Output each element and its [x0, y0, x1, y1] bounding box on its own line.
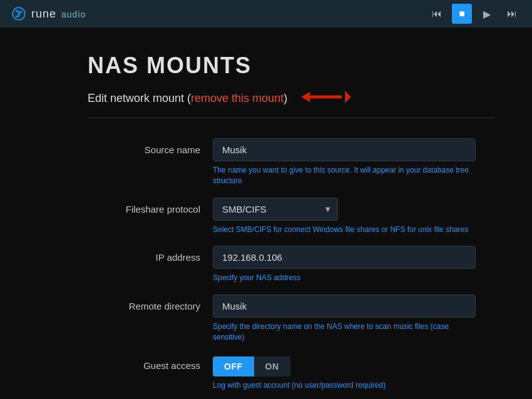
guest-access-row: Guest access OFF ON Log with guest accou…: [88, 354, 494, 391]
subtitle-text-before: Edit network mount (: [88, 92, 191, 104]
source-name-label: Source name: [88, 138, 213, 155]
source-name-hint: The name you want to give to this source…: [213, 165, 476, 186]
source-name-row: Source name The name you want to give to…: [88, 138, 494, 186]
fileshare-select-wrap: SMB/CIFS NFS ▼: [213, 198, 338, 221]
subtitle-static: Edit network mount (remove this mount): [88, 92, 287, 105]
play-icon: ▶: [483, 8, 491, 20]
ip-address-label: IP address: [88, 246, 213, 263]
app-tagline: audio: [61, 9, 86, 19]
ip-address-input[interactable]: [213, 246, 476, 269]
ip-address-hint: Specify your NAS address: [213, 273, 476, 283]
guest-access-off-button[interactable]: OFF: [213, 356, 254, 376]
fileshare-protocol-row: Fileshare protocol SMB/CIFS NFS ▼ Select…: [88, 198, 494, 235]
play-button[interactable]: ▶: [477, 4, 497, 24]
guest-access-hint: Log with guest account (no user/password…: [213, 380, 476, 391]
ip-address-field-wrap: Specify your NAS address: [213, 246, 476, 283]
logo-area: rune audio: [10, 5, 86, 23]
remote-directory-row: Remote directory Specify the directory n…: [88, 295, 494, 343]
remote-directory-hint: Specify the directory name on the NAS wh…: [213, 321, 476, 343]
skip-forward-button[interactable]: ⏭: [502, 4, 522, 24]
ip-address-row: IP address Specify your NAS address: [88, 246, 494, 283]
guest-access-toggle: OFF ON: [213, 356, 476, 376]
fileshare-select[interactable]: SMB/CIFS NFS: [213, 198, 338, 221]
skip-back-icon: ⏮: [432, 8, 442, 19]
main-content: NAS MOUNTS Edit network mount (remove th…: [0, 28, 532, 399]
fileshare-label: Fileshare protocol: [88, 198, 213, 215]
fileshare-field-wrap: SMB/CIFS NFS ▼ Select SMB/CIFS for conne…: [213, 198, 476, 235]
remote-directory-label: Remote directory: [88, 295, 213, 311]
guest-access-label: Guest access: [88, 354, 213, 371]
subtitle-row: Edit network mount (remove this mount): [88, 88, 494, 118]
red-arrow-icon: [301, 88, 351, 109]
stop-button[interactable]: ■: [452, 4, 472, 24]
skip-forward-icon: ⏭: [507, 8, 517, 19]
top-navigation: rune audio ⏮ ■ ▶ ⏭: [0, 0, 532, 28]
nas-mount-form: Source name The name you want to give to…: [88, 138, 494, 399]
subtitle-text-after: ): [284, 92, 287, 104]
source-name-input[interactable]: [213, 138, 476, 161]
fileshare-hint: Select SMB/CIFS for connect Windows file…: [213, 225, 476, 235]
svg-marker-2: [345, 91, 351, 103]
remote-directory-input[interactable]: [213, 295, 476, 318]
remove-mount-link[interactable]: remove this mount: [191, 92, 284, 104]
playback-controls: ⏮ ■ ▶ ⏭: [427, 4, 522, 24]
rune-logo-icon: [10, 5, 28, 23]
svg-marker-1: [301, 92, 310, 102]
app-name: rune: [31, 8, 56, 20]
stop-icon: ■: [459, 8, 465, 19]
skip-back-button[interactable]: ⏮: [427, 4, 447, 24]
source-name-field-wrap: The name you want to give to this source…: [213, 138, 476, 186]
page-title: NAS MOUNTS: [88, 53, 494, 79]
guest-access-field-wrap: OFF ON Log with guest account (no user/p…: [213, 354, 476, 391]
remote-directory-field-wrap: Specify the directory name on the NAS wh…: [213, 295, 476, 343]
guest-access-on-button[interactable]: ON: [254, 356, 290, 376]
logo-text: rune audio: [31, 8, 86, 21]
